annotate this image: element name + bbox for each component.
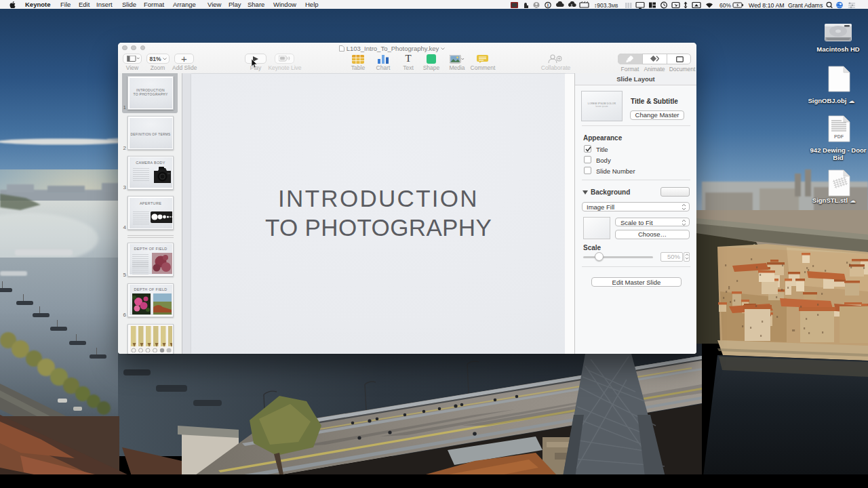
- svg-text:Grant Adams: Grant Adams: [788, 1, 823, 8]
- svg-text:i: i: [547, 3, 549, 7]
- svg-text:60%: 60%: [719, 1, 731, 8]
- svg-text:↕903.3MB: ↕903.3MB: [594, 1, 618, 8]
- svg-text:PDF: PDF: [834, 134, 844, 139]
- svg-text:Wed 8:10 AM: Wed 8:10 AM: [749, 1, 785, 8]
